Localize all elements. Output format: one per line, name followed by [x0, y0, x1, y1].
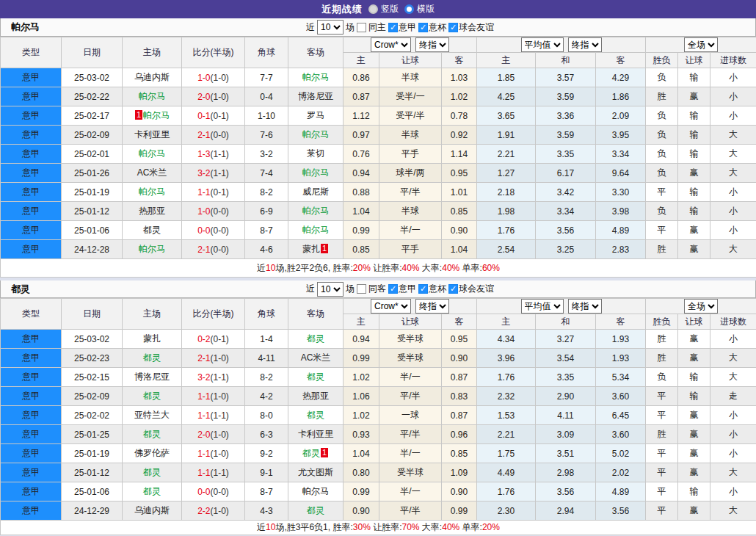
- layout-radio-vertical[interactable]: 竖版: [368, 3, 399, 15]
- team-name-text: 帕尔马: [302, 486, 329, 496]
- summary-segment: 60%: [482, 263, 500, 273]
- avg-away-cell: 4.89: [596, 482, 646, 501]
- col-header-handicap: 让球: [379, 53, 442, 68]
- layout-radio-horizontal[interactable]: 横版: [404, 3, 435, 15]
- league-filter-checkbox[interactable]: [418, 23, 428, 32]
- team-name-text: 卡利亚里: [298, 429, 333, 439]
- bookmaker-select[interactable]: Crow*: [371, 299, 411, 314]
- bookmaker-select[interactable]: Crow*: [371, 37, 411, 52]
- fulltime-select[interactable]: 全场: [684, 299, 718, 314]
- league-cell: 意甲: [1, 330, 62, 349]
- team-name-text: 蒙扎: [143, 333, 161, 344]
- odds-away-cell: 0.83: [442, 387, 477, 406]
- match-count-select[interactable]: 10: [317, 20, 344, 35]
- corners-cell: 9-2: [245, 444, 288, 463]
- league-filter-checkbox[interactable]: [448, 284, 458, 294]
- odds-home-cell: 1.02: [344, 368, 379, 387]
- halftime-score: (0-1): [211, 334, 229, 344]
- score-cell: 1-1(1-0): [182, 387, 245, 406]
- same-venue-checkbox[interactable]: [357, 284, 366, 294]
- halftime-score: (0-1): [211, 111, 229, 121]
- summary-segment: 30%: [353, 522, 371, 532]
- radio-unselected-icon[interactable]: [404, 4, 414, 14]
- avg-draw-cell: 4.11: [536, 406, 596, 425]
- same-venue-checkbox[interactable]: [357, 23, 366, 32]
- handicap-result-cell: 输: [678, 368, 710, 387]
- fulltime-select[interactable]: 全场: [684, 37, 718, 52]
- away-team-cell: 帕尔马: [288, 68, 344, 87]
- avg-away-cell: 3.60: [596, 387, 646, 406]
- league-filter-checkbox[interactable]: [448, 23, 458, 32]
- handicap-result-cell: 输: [678, 106, 710, 126]
- radio-selected-icon[interactable]: [368, 4, 378, 14]
- final-odds-select[interactable]: 终指: [415, 299, 449, 314]
- final-odds-select[interactable]: 终指: [415, 37, 449, 52]
- league-filter-checkbox[interactable]: [388, 23, 398, 32]
- col-header-avg-draw: 和: [536, 53, 596, 68]
- league-filter-checkbox[interactable]: [388, 284, 398, 294]
- home-team-cell: 乌迪内斯: [123, 501, 182, 521]
- avg-draw-cell: 3.56: [536, 221, 596, 240]
- home-team-cell: 帕尔马: [123, 145, 182, 164]
- average-select[interactable]: 平均值: [521, 299, 564, 314]
- odds-away-cell: 1.03: [442, 68, 477, 87]
- match-count-select[interactable]: 10: [317, 282, 344, 297]
- match-row: 意甲25-01-19帕尔马1-1(0-1)8-2威尼斯0.88平/半1.012.…: [1, 183, 756, 202]
- odds-away-cell: 0.87: [442, 406, 477, 425]
- team-name-text: 帕尔马: [302, 167, 329, 178]
- corners-cell: 6-9: [245, 202, 288, 221]
- handicap-result-cell: 赢: [678, 406, 710, 425]
- team-name-text: 乌迪内斯: [134, 72, 170, 82]
- col-header-goals: 进球数: [710, 314, 756, 330]
- corners-cell: 6-3: [245, 425, 288, 444]
- score-cell: 2-2(1-0): [182, 501, 245, 521]
- page: 近期战绩 竖版 横版 帕尔马 近 10 场 同主 意甲意杯球会友谊: [0, 0, 756, 536]
- avg-home-cell: 2.32: [477, 387, 536, 406]
- team-name-text: 亚特兰大: [134, 410, 170, 420]
- corners-cell: 7-7: [245, 68, 288, 87]
- away-team-cell: 卡利亚里: [288, 425, 344, 444]
- handicap-result-cell: 赢: [678, 444, 710, 463]
- league-filter-checkbox[interactable]: [418, 284, 428, 294]
- recent-results-table: 类型 日期 主场 比分(半场) 角球 客场 Crow*终指 平均值终指 全场: [0, 298, 756, 535]
- handicap-result-cell: 赢: [678, 501, 710, 521]
- odds-home-cell: 0.80: [344, 463, 379, 482]
- average-select-cell: 平均值终指: [477, 299, 646, 314]
- fulltime-score: 0-2: [197, 334, 210, 344]
- date-cell: 25-03-02: [62, 330, 123, 349]
- goals-result-cell: 小: [710, 425, 756, 444]
- fulltime-score: 1-3: [197, 149, 210, 159]
- handicap-cell: 半球: [379, 202, 442, 221]
- odds-away-cell: 0.99: [442, 501, 477, 521]
- fulltime-score: 2-1: [197, 353, 210, 363]
- halftime-score: (1-1): [211, 372, 229, 383]
- goals-result-cell: 大: [710, 164, 756, 183]
- league-cell: 意甲: [1, 183, 62, 202]
- handicap-cell: 受半球: [379, 463, 442, 482]
- goals-result-cell: 大: [710, 349, 756, 368]
- match-row: 意甲25-01-19佛罗伦萨1-1(1-0)9-2都灵11.04半/一0.851…: [1, 444, 756, 463]
- final-odds-select-2[interactable]: 终指: [568, 299, 602, 314]
- final-odds-select-2[interactable]: 终指: [568, 37, 602, 52]
- col-header-home: 主场: [123, 299, 182, 330]
- avg-draw-cell: 2.94: [536, 501, 596, 521]
- average-select[interactable]: 平均值: [521, 37, 564, 52]
- corners-cell: 8-2: [245, 183, 288, 202]
- summary-segment: 近: [257, 522, 266, 532]
- red-card-badge: 1: [321, 448, 328, 457]
- avg-draw-cell: 3.09: [536, 425, 596, 444]
- avg-home-cell: 1.76: [477, 221, 536, 240]
- match-row: 意甲25-01-26AC米兰3-2(1-1)7-4帕尔马0.94球半/两0.95…: [1, 164, 756, 183]
- league-cell: 意甲: [1, 145, 62, 164]
- league-cell: 意甲: [1, 164, 62, 183]
- odds-away-cell: 0.78: [442, 106, 477, 126]
- layout-vertical-label: 竖版: [381, 3, 399, 15]
- avg-away-cell: 4.29: [596, 68, 646, 87]
- team-name-text: 帕尔马: [139, 186, 165, 197]
- handicap-result-cell: 输: [678, 482, 710, 501]
- handicap-result-cell: 输: [678, 183, 710, 202]
- halftime-score: (0-0): [211, 225, 229, 236]
- result-cell: 平: [646, 444, 678, 463]
- team-header-row: 帕尔马 近 10 场 同主 意甲意杯球会友谊: [0, 18, 756, 37]
- avg-home-cell: 1.91: [477, 126, 536, 145]
